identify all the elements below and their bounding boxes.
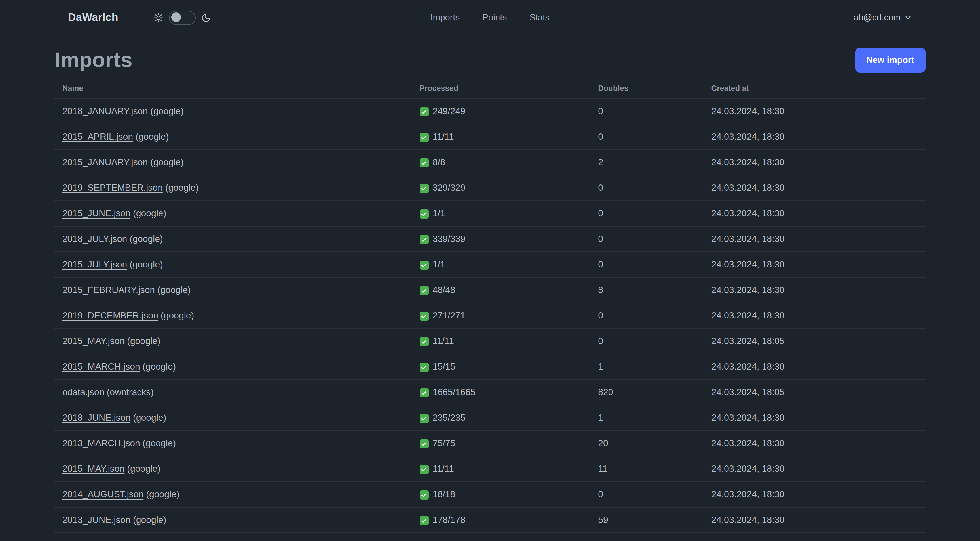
created-at: 24.03.2024, 18:30 xyxy=(703,252,926,277)
import-file-link[interactable]: 2019_DECEMBER.json xyxy=(62,311,158,320)
user-menu[interactable]: ab@cd.com xyxy=(854,13,912,23)
navbar: DaWarIch Imports Points xyxy=(0,0,980,35)
table-row: 2018_JANUARY.json (google) 249/249 0 24.… xyxy=(54,99,926,124)
import-source-label: (google) xyxy=(165,183,199,192)
import-file-link[interactable]: 2014_AUGUST.json xyxy=(62,489,143,499)
success-check-icon xyxy=(420,184,429,193)
doubles-count: 0 xyxy=(590,226,703,252)
doubles-count: 1 xyxy=(590,354,703,380)
import-file-link[interactable]: 2018_JUNE.json xyxy=(62,413,130,422)
success-check-icon xyxy=(420,108,429,116)
processed-count: 48/48 xyxy=(433,285,455,295)
nav-link-points[interactable]: Points xyxy=(482,13,507,23)
success-check-icon xyxy=(420,261,429,270)
page-title: Imports xyxy=(54,48,133,72)
success-check-icon xyxy=(420,414,429,423)
import-source-label: (google) xyxy=(127,464,160,474)
processed-count: 1/1 xyxy=(433,259,445,269)
table-header-row: Name Processed Doubles Created at xyxy=(54,78,926,99)
success-check-icon xyxy=(420,491,429,500)
import-file-link[interactable]: 2015_APRIL.json xyxy=(62,132,133,141)
processed-count: 178/178 xyxy=(433,515,466,525)
processed-count: 339/339 xyxy=(433,234,466,244)
nav-link-imports[interactable]: Imports xyxy=(430,13,460,23)
import-file-link[interactable]: 2015_JUNE.json xyxy=(62,208,130,218)
table-row: 2015_MAY.json (google) 11/11 11 24.03.20… xyxy=(54,456,926,482)
success-check-icon xyxy=(420,286,429,295)
column-header-created-at: Created at xyxy=(703,78,926,99)
import-file-link[interactable]: 2015_FEBRUARY.json xyxy=(62,285,155,295)
created-at: 24.03.2024, 18:30 xyxy=(703,482,926,507)
import-source-label: (google) xyxy=(150,157,183,167)
chevron-down-icon xyxy=(904,14,912,22)
processed-count: 75/75 xyxy=(433,438,455,448)
success-check-icon xyxy=(420,133,429,142)
import-file-link[interactable]: 2015_MAY.json xyxy=(62,336,124,346)
new-import-button[interactable]: New import xyxy=(855,48,926,73)
table-row: 2019_DECEMBER.json (google) 271/271 0 24… xyxy=(54,303,926,329)
import-file-link[interactable]: 2013_JUNE.json xyxy=(62,515,130,525)
success-check-icon xyxy=(420,440,429,449)
table-row: 2015_APRIL.json (google) 11/11 0 24.03.2… xyxy=(54,124,926,150)
created-at: 24.03.2024, 18:30 xyxy=(703,226,926,252)
table-row: 2015_JULY.json (google) 1/1 0 24.03.2024… xyxy=(54,252,926,277)
import-file-link[interactable]: odata.json xyxy=(62,387,104,397)
success-check-icon xyxy=(420,363,429,372)
doubles-count: 0 xyxy=(590,99,703,124)
created-at: 24.03.2024, 18:30 xyxy=(703,277,926,303)
created-at xyxy=(703,533,926,541)
import-file-link[interactable]: 2015_JULY.json xyxy=(62,259,127,269)
doubles-count: 2 xyxy=(590,150,703,175)
import-file-link[interactable]: 2015_MARCH.json xyxy=(62,362,140,371)
success-check-icon xyxy=(420,337,429,346)
import-file-link[interactable]: 2013_MARCH.json xyxy=(62,438,140,448)
import-file-link[interactable]: 2018_JANUARY.json xyxy=(62,106,148,116)
table-row: 2013_MARCH.json (google) 75/75 20 24.03.… xyxy=(54,431,926,456)
created-at: 24.03.2024, 18:05 xyxy=(703,380,926,405)
created-at: 24.03.2024, 18:30 xyxy=(703,124,926,150)
theme-switch-knob xyxy=(171,13,181,22)
import-file-link[interactable]: 2015_JANUARY.json xyxy=(62,157,148,167)
created-at: 24.03.2024, 18:30 xyxy=(703,99,926,124)
import-file-link[interactable]: 2018_JULY.json xyxy=(62,234,127,244)
processed-count: 1665/1665 xyxy=(433,387,476,397)
imports-page: Imports New import Name Processed Double… xyxy=(0,35,980,541)
processed-count: 15/15 xyxy=(433,362,455,371)
processed-count: 11/11 xyxy=(433,464,454,474)
table-row: 2018_JUNE.json (google) 235/235 1 24.03.… xyxy=(54,405,926,431)
table-row: 2015_JUNE.json (google) 1/1 0 24.03.2024… xyxy=(54,201,926,226)
processed-count: 18/18 xyxy=(433,489,455,499)
column-header-name: Name xyxy=(54,78,412,99)
theme-switch[interactable] xyxy=(169,11,196,25)
table-row: 2015_JANUARY.json (google) 8/8 2 24.03.2… xyxy=(54,150,926,175)
processed-count: 329/329 xyxy=(433,183,466,192)
moon-icon xyxy=(201,13,211,22)
table-row: odata.json (owntracks) 1665/1665 820 24.… xyxy=(54,380,926,405)
import-file-link[interactable]: 2019_SEPTEMBER.json xyxy=(62,183,163,192)
created-at: 24.03.2024, 18:30 xyxy=(703,405,926,431)
table-row: 2015_MARCH.json (google) 15/15 1 24.03.2… xyxy=(54,354,926,380)
import-source-label: (owntracks) xyxy=(107,387,154,397)
table-row: 2015_MAY.json (google) 11/11 0 24.03.202… xyxy=(54,329,926,354)
doubles-count: 8 xyxy=(590,277,703,303)
page-header: Imports New import xyxy=(54,48,926,73)
processed-count: 235/235 xyxy=(433,413,466,422)
import-source-label: (google) xyxy=(135,132,169,141)
nav-link-stats[interactable]: Stats xyxy=(530,13,550,23)
doubles-count: 820 xyxy=(590,380,703,405)
import-source-label: (google) xyxy=(133,413,166,422)
imports-table: Name Processed Doubles Created at 2018_J… xyxy=(54,78,926,541)
created-at: 24.03.2024, 18:30 xyxy=(703,354,926,380)
created-at: 24.03.2024, 18:30 xyxy=(703,201,926,226)
brand-logo[interactable]: DaWarIch xyxy=(68,11,118,24)
import-source-label: (google) xyxy=(130,259,163,269)
import-source-label: (google) xyxy=(143,438,176,448)
created-at: 24.03.2024, 18:30 xyxy=(703,303,926,329)
table-row xyxy=(54,533,926,541)
doubles-count: 59 xyxy=(590,507,703,533)
theme-toggle-group xyxy=(153,11,211,25)
success-check-icon xyxy=(420,389,429,398)
success-check-icon xyxy=(420,465,429,474)
import-file-link[interactable]: 2015_MAY.json xyxy=(62,464,124,474)
import-source-label: (google) xyxy=(161,311,194,320)
